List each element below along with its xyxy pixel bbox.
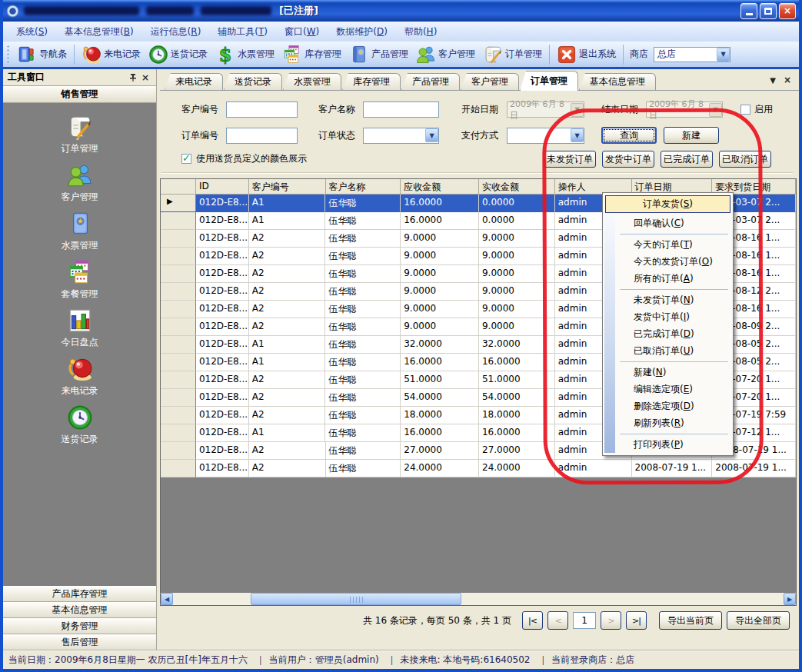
start-date-picker[interactable]: 2009年 6月 8日 ▼ (507, 101, 584, 118)
context-menu-item-未发货订单(N)[interactable]: 未发货订单(N) (604, 291, 731, 308)
minimize-button[interactable] (740, 3, 757, 19)
grid-header-ID[interactable]: ID (196, 179, 249, 195)
tab-客户管理[interactable]: 客户管理 (461, 73, 519, 90)
row-selector-cell[interactable] (161, 283, 196, 301)
first-page-button[interactable]: |< (522, 611, 543, 630)
shop-combobox[interactable]: 总店 ▼ (654, 47, 730, 62)
tool-window-close-icon[interactable]: × (139, 72, 151, 84)
sidebar-item-客户管理[interactable]: 客户管理 (3, 162, 156, 211)
table-row[interactable]: 012D-E8...A2伍华聪24.000024.0000admin2008-0… (161, 460, 796, 477)
row-selector-cell[interactable] (161, 318, 196, 336)
context-menu-item-打印列表(P)[interactable]: 打印列表(P) (604, 436, 731, 453)
payment-combobox[interactable]: ▼ (507, 128, 584, 144)
toolbar-button-order-scroll[interactable]: 订单管理 (479, 43, 546, 66)
start-date-arrow-icon[interactable]: ▼ (571, 103, 584, 117)
context-menu-item-编辑选定项(E)[interactable]: 编辑选定项(E) (604, 381, 731, 398)
grid-header-客户名称[interactable]: 客户名称 (326, 179, 401, 195)
tab-list-dropdown-icon[interactable]: ▼ (770, 76, 776, 85)
sidebar-section-财务管理[interactable]: 财务管理 (3, 618, 156, 634)
context-menu-item-订单发货(S)[interactable]: 订单发货(S) (605, 195, 730, 213)
toolbar-button-ticket-dollar[interactable]: $水票管理 (211, 43, 278, 66)
customer-name-input[interactable] (363, 101, 439, 118)
sidebar-section-基本信息管理[interactable]: 基本信息管理 (3, 602, 156, 618)
order-no-input[interactable] (226, 128, 298, 144)
row-selector-cell[interactable] (161, 354, 196, 371)
toolbar-button-call-bell[interactable]: 来电记录 (78, 43, 145, 66)
tab-订单管理[interactable]: 订单管理 (520, 71, 578, 91)
toolbar-button-delivery-clock[interactable]: 送货记录 (145, 43, 211, 66)
end-date-picker[interactable]: 2009年 6月 8日 ▼ (646, 101, 723, 118)
menubar-item[interactable]: 辅助工具(T) (209, 23, 276, 40)
order-status-combobox[interactable]: ▼ (363, 128, 439, 144)
sidebar-section-产品库存管理[interactable]: 产品库存管理 (3, 586, 156, 602)
context-menu-item-删除选定项(D)[interactable]: 删除选定项(D) (604, 398, 731, 414)
tab-close-icon[interactable]: × (784, 75, 791, 85)
row-selector-cell[interactable]: ▶ (161, 195, 196, 212)
tab-来电记录[interactable]: 来电记录 (165, 73, 223, 90)
context-menu-item-发货中订单(I)[interactable]: 发货中订单(I) (604, 308, 731, 325)
prev-page-button[interactable]: < (547, 611, 568, 630)
status-filter-button-未发货订单[interactable]: 未发货订单 (544, 151, 596, 168)
sidebar-item-送货记录[interactable]: 送货记录 (3, 404, 156, 453)
menubar-item[interactable]: 帮助(H) (396, 23, 445, 40)
context-menu-item-今天的订单(T)[interactable]: 今天的订单(T) (604, 236, 731, 253)
grid-header-客户编号[interactable]: 客户编号 (249, 179, 326, 195)
maximize-button[interactable] (760, 3, 777, 19)
order-status-arrow-icon[interactable]: ▼ (425, 128, 438, 142)
row-selector-cell[interactable] (161, 301, 196, 318)
shop-combobox-arrow-icon[interactable]: ▼ (717, 48, 730, 62)
toolbar-button-navbar-book[interactable]: 导航条 (13, 43, 71, 66)
row-selector-cell[interactable] (161, 389, 196, 407)
grid-header-实收金额[interactable]: 实收金额 (479, 179, 555, 195)
tab-水票管理[interactable]: 水票管理 (283, 73, 341, 90)
sidebar-item-订单管理[interactable]: 订单管理 (3, 114, 156, 162)
payment-arrow-icon[interactable]: ▼ (571, 128, 584, 142)
end-date-arrow-icon[interactable]: ▼ (709, 103, 722, 117)
export-current-page-button[interactable]: 导出当前页 (659, 611, 722, 630)
context-menu-item-今天的发货订单(O)[interactable]: 今天的发货订单(O) (604, 253, 731, 270)
sidebar-section-售后管理[interactable]: 售后管理 (3, 634, 156, 650)
tab-库存管理[interactable]: 库存管理 (342, 73, 401, 90)
row-selector-cell[interactable] (161, 424, 196, 442)
pin-icon[interactable] (127, 72, 139, 84)
page-number-input[interactable]: 1 (573, 612, 596, 629)
toolbar-button-product-book[interactable]: 产品管理 (345, 43, 412, 66)
toolbar-button-customers-people[interactable]: 客户管理 (412, 43, 479, 66)
status-filter-button-已取消订单[interactable]: 已取消订单 (719, 151, 771, 168)
export-all-pages-button[interactable]: 导出全部页 (727, 611, 790, 630)
row-selector-cell[interactable] (161, 442, 196, 460)
enable-date-checkbox[interactable] (740, 105, 750, 115)
context-menu-item-所有的订单(A)[interactable]: 所有的订单(A) (604, 270, 731, 287)
row-selector-cell[interactable] (161, 248, 196, 265)
row-selector-cell[interactable] (161, 407, 196, 424)
tab-送货记录[interactable]: 送货记录 (224, 73, 282, 90)
context-menu-item-已取消订单(U)[interactable]: 已取消订单(U) (604, 342, 731, 359)
menubar-item[interactable]: 运行信息(R) (142, 23, 210, 40)
sidebar-item-今日盘点[interactable]: 今日盘点 (3, 308, 156, 356)
row-selector-cell[interactable] (161, 265, 196, 283)
menubar-item[interactable]: 基本信息管理(B) (56, 23, 142, 40)
menubar-item[interactable]: 窗口(W) (276, 23, 328, 40)
tab-基本信息管理[interactable]: 基本信息管理 (579, 73, 656, 90)
toolbar-grip[interactable] (6, 45, 11, 65)
scrollbar-thumb[interactable] (251, 593, 461, 605)
horizontal-scrollbar[interactable]: ◀ ▶ (161, 593, 796, 605)
context-menu-item-新建(N)[interactable]: 新建(N) (604, 364, 731, 381)
sidebar-section-sales[interactable]: 销售管理 (3, 86, 156, 103)
new-button[interactable]: 新建 (664, 127, 719, 144)
sidebar-item-套餐管理[interactable]: 套餐管理 (3, 259, 156, 308)
menubar-item[interactable]: 系统(S) (8, 23, 56, 40)
query-button[interactable]: 查询 (601, 127, 657, 144)
row-selector-cell[interactable] (161, 371, 196, 389)
last-page-button[interactable]: >| (626, 611, 647, 630)
sidebar-item-来电记录[interactable]: 来电记录 (3, 356, 156, 404)
grid-header-应收金额[interactable]: 应收金额 (401, 179, 479, 195)
row-selector-cell[interactable] (161, 212, 196, 230)
toolbar-button-exit-x[interactable]: 退出系统 (553, 43, 620, 66)
next-page-button[interactable]: > (601, 611, 621, 630)
context-menu-item-回单确认(C)[interactable]: 回单确认(C) (604, 215, 731, 231)
row-selector-cell[interactable] (161, 336, 196, 354)
row-selector-cell[interactable] (161, 460, 196, 477)
toolbar-button-inventory-grid[interactable]: 库存管理 (278, 43, 345, 66)
context-menu-item-刷新列表(R)[interactable]: 刷新列表(R) (604, 414, 731, 431)
